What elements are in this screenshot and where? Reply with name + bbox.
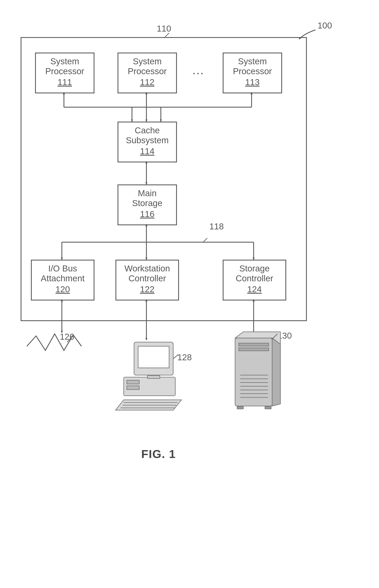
- block-num: 113: [223, 77, 281, 87]
- svg-rect-30: [239, 343, 269, 346]
- ref-110: 110: [157, 24, 171, 34]
- ref-126: 126: [60, 332, 74, 342]
- block-title: Storage Controller: [223, 264, 285, 284]
- svg-rect-21: [127, 386, 139, 390]
- block-title: I/O Bus Attachment: [32, 264, 94, 284]
- block-num: 114: [118, 146, 176, 156]
- svg-rect-22: [134, 342, 173, 375]
- block-system-processor-111: System Processor 111: [35, 53, 95, 93]
- workstation-icon: [115, 342, 181, 410]
- storage-tower-icon: [235, 332, 280, 409]
- svg-rect-40: [265, 407, 271, 409]
- block-num: 122: [116, 285, 178, 294]
- block-num: 112: [118, 77, 176, 87]
- block-io-bus-attachment: I/O Bus Attachment 120: [31, 260, 95, 301]
- block-title: Cache Subsystem: [118, 125, 176, 146]
- svg-line-0: [165, 33, 169, 37]
- block-title: System Processor: [118, 57, 176, 76]
- block-title: Workstation Controller: [116, 264, 178, 284]
- svg-line-41: [272, 334, 277, 339]
- block-num: 124: [223, 285, 285, 294]
- diagram-page: 100 110 System Processor 111 System Proc…: [0, 0, 379, 588]
- block-workstation-controller: Workstation Controller 122: [115, 260, 179, 301]
- block-cache-subsystem: Cache Subsystem 114: [118, 121, 177, 162]
- ref-130: 130: [277, 331, 292, 341]
- svg-rect-31: [239, 348, 269, 351]
- block-system-processor-113: System Processor 113: [223, 53, 282, 93]
- svg-rect-39: [237, 407, 243, 409]
- svg-rect-23: [138, 346, 169, 368]
- ellipsis: …: [192, 63, 206, 77]
- block-title: System Processor: [223, 57, 281, 76]
- block-num: 111: [36, 77, 94, 87]
- svg-rect-24: [147, 376, 160, 378]
- block-main-storage: Main Storage 116: [118, 184, 177, 225]
- block-num: 120: [32, 285, 94, 294]
- block-title: System Processor: [36, 57, 94, 76]
- block-storage-controller: Storage Controller 124: [223, 260, 286, 301]
- ref-128: 128: [177, 352, 192, 362]
- svg-rect-20: [127, 380, 139, 384]
- block-title: Main Storage: [118, 188, 176, 208]
- svg-rect-29: [235, 338, 272, 406]
- block-num: 116: [118, 209, 176, 219]
- svg-rect-19: [124, 377, 175, 396]
- figure-caption: FIG. 1: [141, 447, 176, 461]
- block-system-processor-112: System Processor 112: [118, 53, 177, 93]
- ref-118: 118: [209, 222, 224, 231]
- ref-100: 100: [317, 21, 332, 30]
